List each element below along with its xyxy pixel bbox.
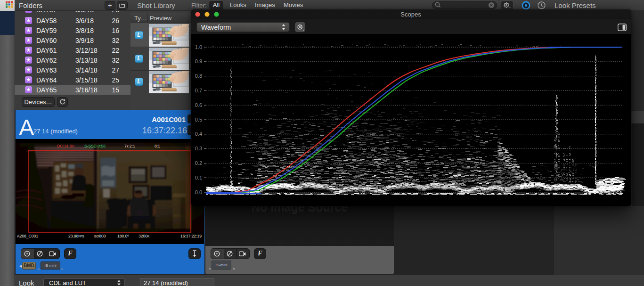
svg-text:0.1: 0.1 (195, 175, 202, 180)
svg-text:1.0: 1.0 (195, 44, 202, 50)
svg-text:DC:14.8V: DC:14.8V (57, 144, 74, 148)
svg-text:0.6: 0.6 (195, 102, 202, 108)
svg-text:0.5: 0.5 (195, 117, 202, 123)
svg-text:S-SSD 0:58: S-SSD 0:58 (84, 144, 106, 148)
svg-text:0.3: 0.3 (195, 146, 202, 151)
svg-text:0.4: 0.4 (195, 131, 202, 137)
svg-text:3200K: 3200K (139, 234, 150, 238)
svg-text:0.2: 0.2 (195, 160, 202, 166)
svg-text:0.8: 0.8 (195, 73, 202, 79)
svg-text:0.9: 0.9 (195, 58, 202, 64)
svg-text:180.0º: 180.0º (117, 234, 129, 238)
svg-text:7к 2:1: 7к 2:1 (124, 144, 135, 148)
svg-text:A208_C001: A208_C001 (17, 234, 38, 238)
svg-text:0.7: 0.7 (195, 88, 202, 93)
svg-text:0.0: 0.0 (195, 189, 202, 195)
svg-text:8:1: 8:1 (155, 144, 160, 148)
svg-text:23.98FPS: 23.98FPS (68, 234, 85, 238)
svg-text:16:37:22:19: 16:37:22:19 (180, 234, 202, 238)
svg-text:ISO800: ISO800 (94, 234, 106, 238)
